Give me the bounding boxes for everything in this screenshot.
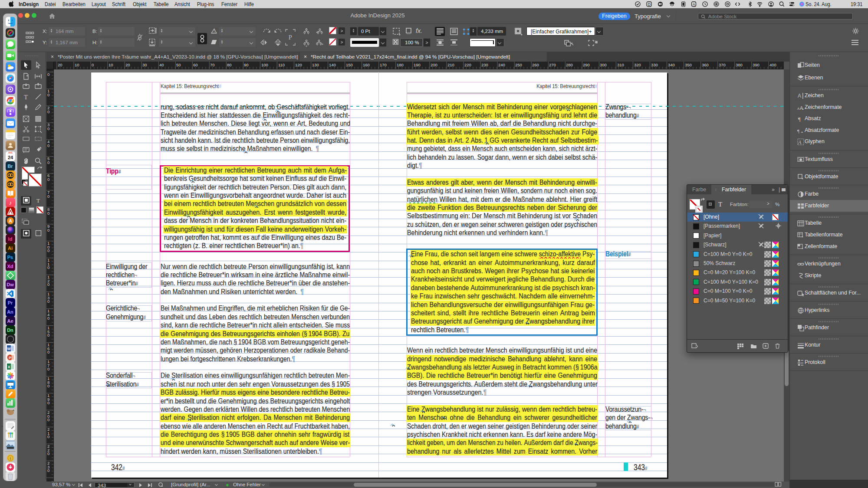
svg-text:¶: ¶ <box>798 116 801 122</box>
svg-text:24: 24 <box>7 155 13 160</box>
svg-text:D: D <box>648 2 651 7</box>
svg-text:A: A <box>9 218 12 223</box>
svg-text:T: T <box>24 94 28 101</box>
svg-text:A: A <box>798 139 802 145</box>
svg-text:W: W <box>7 347 11 351</box>
svg-text:A: A <box>798 93 801 99</box>
svg-text:i: i <box>10 456 11 461</box>
svg-text:X: X <box>7 365 10 369</box>
svg-text:AUG: AUG <box>8 152 13 154</box>
svg-text:A: A <box>693 2 695 7</box>
svg-text:A: A <box>800 105 803 111</box>
svg-text:¶: ¶ <box>797 128 799 134</box>
svg-text:♪: ♪ <box>9 200 12 206</box>
svg-text:P: P <box>9 356 11 360</box>
